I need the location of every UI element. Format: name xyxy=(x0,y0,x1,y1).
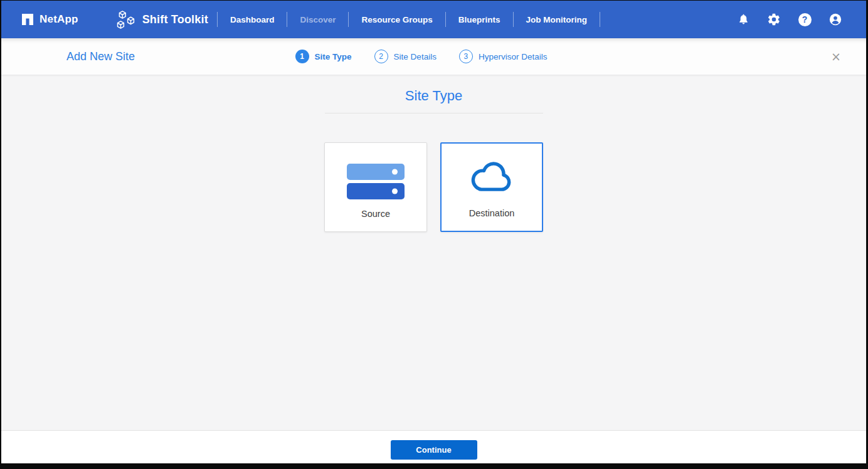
step-2-label: Site Details xyxy=(394,52,437,61)
step-site-type[interactable]: 1 Site Type xyxy=(295,50,352,63)
step-1-label: Site Type xyxy=(315,52,352,61)
nav-item-blueprints[interactable]: Blueprints xyxy=(448,11,511,28)
shift-toolkit-brand: Shift Toolkit xyxy=(115,10,208,29)
netapp-brand: NetApp xyxy=(21,13,78,26)
step-3-label: Hypervisor Details xyxy=(479,52,548,61)
nav-divider xyxy=(287,12,287,27)
cloud-icon xyxy=(468,161,515,194)
nav-item-resource-groups[interactable]: Resource Groups xyxy=(351,11,442,28)
step-site-details[interactable]: 2 Site Details xyxy=(374,50,437,63)
nav-item-job-monitoring[interactable]: Job Monitoring xyxy=(516,11,597,28)
option-label-source: Source xyxy=(361,209,390,219)
nav-divider xyxy=(513,12,514,27)
nav-divider xyxy=(600,12,600,27)
wizard-footer: Continue xyxy=(1,431,866,463)
wizard-header: Add New Site 1 Site Type 2 Site Details … xyxy=(1,38,866,75)
help-glyph: ? xyxy=(798,13,812,26)
bell-icon[interactable] xyxy=(736,13,750,26)
site-type-options: Source Destination xyxy=(324,142,543,232)
wizard-title: Add New Site xyxy=(66,50,135,63)
step-1-circle: 1 xyxy=(295,50,309,63)
top-navigation-bar: NetApp Shift Toolkit Dashboard Discover … xyxy=(1,1,866,38)
option-card-destination[interactable]: Destination xyxy=(440,142,543,232)
step-3-circle: 3 xyxy=(459,50,473,63)
netapp-logo-icon xyxy=(21,13,34,26)
close-icon[interactable]: × xyxy=(831,51,841,63)
option-card-source[interactable]: Source xyxy=(324,142,427,232)
heading-divider xyxy=(325,113,543,113)
step-2-circle: 2 xyxy=(374,50,388,63)
main-nav: Dashboard Discover Resource Groups Bluep… xyxy=(214,11,603,28)
gear-icon[interactable] xyxy=(767,13,781,26)
nav-item-dashboard[interactable]: Dashboard xyxy=(220,11,285,28)
help-icon[interactable]: ? xyxy=(798,13,812,26)
nav-divider xyxy=(445,12,446,27)
product-name: Shift Toolkit xyxy=(142,13,208,26)
server-stack-icon xyxy=(347,164,405,199)
brand-name: NetApp xyxy=(40,13,78,26)
shift-toolkit-logo-icon xyxy=(115,10,136,29)
site-type-panel: Site Type Source Destination xyxy=(1,75,866,431)
account-icon[interactable] xyxy=(828,13,842,26)
option-label-destination: Destination xyxy=(469,208,515,218)
app-window: NetApp Shift Toolkit Dashboard Discover … xyxy=(0,0,868,469)
continue-button[interactable]: Continue xyxy=(391,440,477,460)
topbar-icon-group: ? xyxy=(736,13,842,26)
nav-item-discover[interactable]: Discover xyxy=(290,11,346,28)
nav-divider xyxy=(348,12,349,27)
page-title: Site Type xyxy=(405,88,462,104)
nav-divider xyxy=(217,12,218,27)
wizard-steps: 1 Site Type 2 Site Details 3 Hypervisor … xyxy=(295,50,548,63)
step-hypervisor-details[interactable]: 3 Hypervisor Details xyxy=(459,50,548,63)
